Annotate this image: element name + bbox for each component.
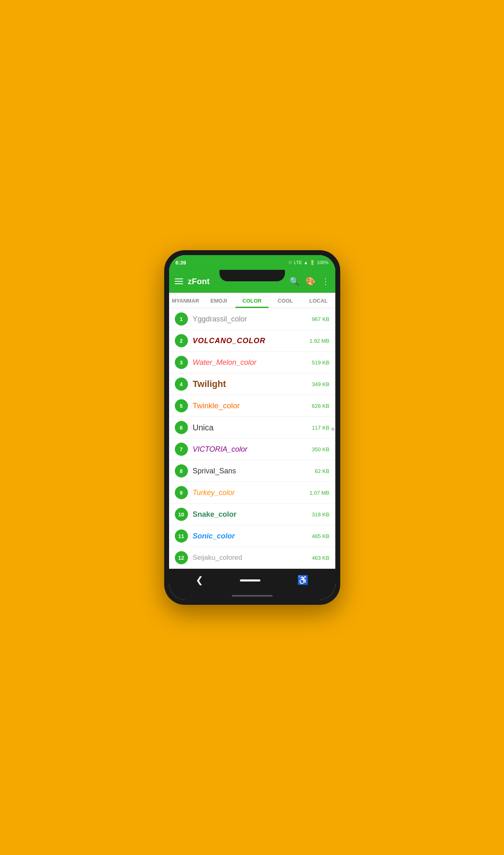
tab-color[interactable]: COLOR bbox=[235, 293, 269, 308]
signal-icon: LTE bbox=[294, 260, 302, 265]
scroll-indicator bbox=[331, 428, 334, 431]
font-item-11[interactable]: 11 Sonic_color 485 KB bbox=[169, 525, 335, 547]
font-number-11: 11 bbox=[175, 529, 188, 543]
tab-bar: MYANMAR EMOJI COLOR COOL LOCAL bbox=[169, 293, 335, 308]
font-size-7: 350 KB bbox=[312, 446, 330, 452]
tab-local[interactable]: LOCAL bbox=[302, 293, 335, 308]
font-number-1: 1 bbox=[175, 312, 188, 326]
font-name-4: Twilight bbox=[193, 379, 307, 389]
font-number-7: 7 bbox=[175, 443, 188, 456]
font-number-4: 4 bbox=[175, 378, 188, 391]
status-icons: ☉ LTE ▲ 🔋 100% bbox=[288, 260, 328, 265]
phone-frame: 6:39 ☉ LTE ▲ 🔋 100% zFont 🔍 🎨 ⋮ bbox=[164, 250, 340, 605]
font-name-12: Seijaku_colored bbox=[193, 554, 307, 562]
font-number-3: 3 bbox=[175, 356, 188, 369]
font-item-5[interactable]: 5 Twinkle_color 626 KB bbox=[169, 395, 335, 417]
font-size-3: 519 KB bbox=[312, 360, 330, 366]
wifi-icon: ☉ bbox=[288, 260, 292, 265]
font-item-1[interactable]: 1 Yggdrassil_color 967 KB bbox=[169, 308, 335, 330]
tab-myanmar[interactable]: MYANMAR bbox=[169, 293, 202, 308]
font-size-6: 117 KB bbox=[312, 425, 330, 431]
font-size-8: 62 KB bbox=[315, 468, 329, 474]
font-size-1: 967 KB bbox=[312, 316, 330, 322]
font-item-4[interactable]: 4 Twilight 349 KB bbox=[169, 373, 335, 395]
font-number-2: 2 bbox=[175, 334, 188, 347]
signal-bars: ▲ bbox=[303, 260, 308, 265]
font-item-9[interactable]: 9 Turkey_color 1.07 MB bbox=[169, 482, 335, 504]
font-item-3[interactable]: 3 Water_Melon_color 519 KB bbox=[169, 352, 335, 373]
font-size-10: 318 KB bbox=[312, 511, 330, 518]
font-number-8: 8 bbox=[175, 464, 188, 477]
font-number-9: 9 bbox=[175, 486, 188, 499]
camera-notch bbox=[219, 270, 285, 281]
font-size-12: 463 KB bbox=[312, 555, 330, 561]
font-item-2[interactable]: 2 VOLCANO_COLOR 1.92 MB bbox=[169, 330, 335, 352]
search-button[interactable]: 🔍 bbox=[289, 276, 300, 286]
font-number-10: 10 bbox=[175, 508, 188, 521]
battery-icon: 🔋 bbox=[310, 260, 315, 265]
palette-button[interactable]: 🎨 bbox=[305, 276, 316, 286]
font-item-6[interactable]: 6 Unica 117 KB bbox=[169, 417, 335, 439]
font-name-9: Turkey_color bbox=[193, 489, 305, 497]
font-name-8: Sprival_Sans bbox=[193, 467, 310, 475]
font-size-2: 1.92 MB bbox=[310, 338, 329, 344]
nav-bar: ❮ ♿ bbox=[169, 569, 335, 592]
status-bar: 6:39 ☉ LTE ▲ 🔋 100% bbox=[169, 255, 335, 270]
status-time: 6:39 bbox=[176, 260, 186, 266]
accessibility-button[interactable]: ♿ bbox=[297, 575, 308, 586]
bottom-indicator bbox=[232, 595, 273, 597]
home-button[interactable] bbox=[240, 579, 260, 581]
tab-emoji[interactable]: EMOJI bbox=[202, 293, 235, 308]
font-name-7: VICTORIA_color bbox=[193, 445, 307, 454]
app-bar-icons: 🔍 🎨 ⋮ bbox=[289, 276, 330, 286]
font-name-2: VOLCANO_COLOR bbox=[193, 337, 305, 345]
font-size-4: 349 KB bbox=[312, 381, 330, 387]
tab-cool[interactable]: COOL bbox=[269, 293, 302, 308]
bottom-bar bbox=[169, 592, 335, 600]
font-size-9: 1.07 MB bbox=[310, 490, 329, 496]
font-size-5: 626 KB bbox=[312, 403, 330, 409]
font-number-12: 12 bbox=[175, 551, 188, 564]
font-item-12[interactable]: 12 Seijaku_colored 463 KB bbox=[169, 547, 335, 569]
menu-button[interactable] bbox=[175, 278, 183, 284]
font-name-11: Sonic_color bbox=[193, 532, 307, 541]
font-name-6: Unica bbox=[193, 423, 307, 432]
back-button[interactable]: ❮ bbox=[196, 575, 203, 586]
font-list: 1 Yggdrassil_color 967 KB 2 VOLCANO_COLO… bbox=[169, 308, 335, 569]
font-number-6: 6 bbox=[175, 421, 188, 434]
font-name-10: Snake_color bbox=[193, 510, 307, 519]
phone-screen: 6:39 ☉ LTE ▲ 🔋 100% zFont 🔍 🎨 ⋮ bbox=[169, 255, 335, 600]
font-name-3: Water_Melon_color bbox=[193, 358, 307, 367]
font-item-10[interactable]: 10 Snake_color 318 KB bbox=[169, 504, 335, 525]
more-button[interactable]: ⋮ bbox=[321, 276, 330, 286]
font-number-5: 5 bbox=[175, 399, 188, 412]
battery-level: 100% bbox=[317, 260, 328, 265]
font-size-11: 485 KB bbox=[312, 533, 330, 539]
font-name-5: Twinkle_color bbox=[193, 401, 307, 410]
font-item-7[interactable]: 7 VICTORIA_color 350 KB bbox=[169, 439, 335, 460]
font-name-1: Yggdrassil_color bbox=[193, 315, 307, 323]
font-item-8[interactable]: 8 Sprival_Sans 62 KB bbox=[169, 460, 335, 482]
